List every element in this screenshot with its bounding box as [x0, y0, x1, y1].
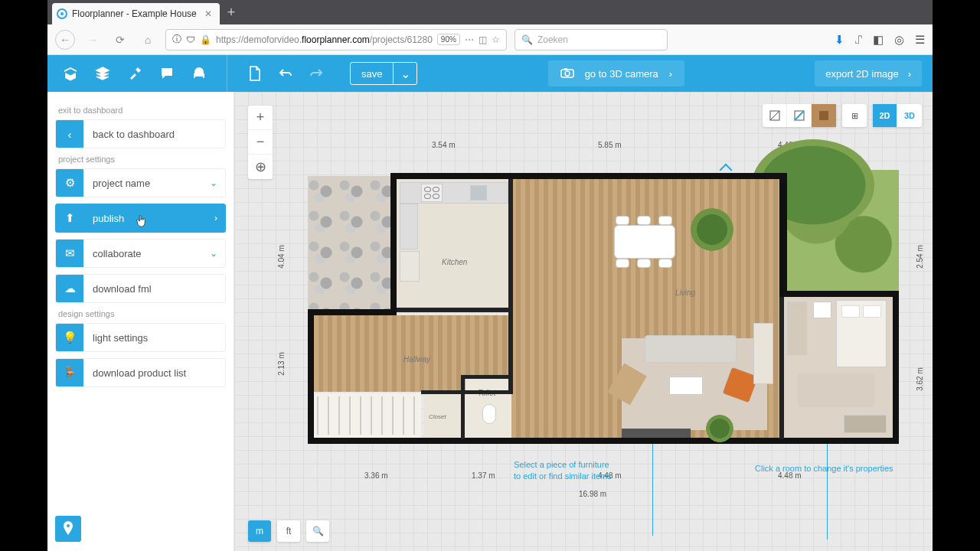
dining-table[interactable]: [614, 225, 675, 259]
patio[interactable]: [308, 176, 392, 310]
wall[interactable]: [893, 291, 899, 442]
url-prefix: https://: [216, 34, 243, 45]
publish-button[interactable]: ⬆ publish ›: [55, 204, 226, 233]
fridge[interactable]: [400, 251, 420, 282]
wall-style-1[interactable]: [763, 104, 787, 127]
view-3d-button[interactable]: 3D: [897, 104, 922, 127]
chair[interactable]: [637, 216, 651, 225]
browser-tab[interactable]: Floorplanner - Example House ✕: [52, 3, 220, 24]
wall[interactable]: [397, 308, 511, 312]
wall[interactable]: [308, 438, 899, 444]
forward-button[interactable]: →: [83, 30, 103, 50]
counter[interactable]: [400, 182, 508, 204]
wall[interactable]: [461, 375, 513, 379]
chair[interactable]: [658, 259, 672, 268]
counter-side[interactable]: [400, 204, 418, 249]
wall[interactable]: [508, 179, 513, 392]
sofa[interactable]: [645, 335, 737, 363]
bedroom-rug[interactable]: [798, 373, 874, 407]
save-button[interactable]: save: [351, 63, 394, 84]
chair[interactable]: [616, 216, 629, 225]
url-bar[interactable]: ⓘ 🛡 🔒 https:// demoforvideo. floorplanne…: [165, 29, 507, 51]
room-stairs[interactable]: [314, 393, 421, 438]
wall[interactable]: [461, 375, 465, 439]
menu-icon[interactable]: ☰: [915, 33, 925, 47]
reload-button[interactable]: ⟳: [110, 30, 130, 50]
view-settings-button[interactable]: ⊞: [842, 104, 867, 127]
more-icon[interactable]: ⋯: [465, 34, 474, 45]
project-name-button[interactable]: ⚙ project name ⌄: [55, 168, 226, 197]
chevron-down-icon: ⌄: [210, 248, 225, 259]
chair[interactable]: [616, 259, 629, 268]
home-button[interactable]: ⌂: [138, 30, 158, 50]
downloads-icon[interactable]: ⬇: [835, 33, 844, 47]
wall[interactable]: [308, 309, 397, 315]
chair[interactable]: [637, 259, 651, 268]
chevron-down-icon: ⌄: [210, 178, 225, 188]
tv-stand[interactable]: [622, 429, 691, 438]
library-icon[interactable]: ⑀: [855, 33, 862, 47]
divider: [227, 55, 227, 92]
location-button[interactable]: [55, 516, 81, 542]
dresser[interactable]: [844, 415, 887, 433]
star-icon[interactable]: ☆: [492, 34, 500, 45]
wall-style-3[interactable]: [812, 104, 836, 127]
new-tab-button[interactable]: +: [220, 5, 243, 21]
hint-line: [827, 444, 828, 540]
unit-m-button[interactable]: m: [248, 520, 271, 542]
zoom-out-button[interactable]: −: [248, 130, 273, 155]
zoom-tools: + − ⊕: [248, 106, 273, 179]
save-dropdown[interactable]: ⌄: [394, 63, 416, 84]
magnify-button[interactable]: 🔍: [306, 520, 329, 542]
unit-ft-button[interactable]: ft: [277, 520, 300, 542]
build-icon[interactable]: [63, 66, 78, 81]
furniture-icon[interactable]: [191, 66, 207, 81]
floorplan[interactable]: Kitchen Living Hallway Closet Toilet Bed…: [308, 170, 899, 444]
recenter-button[interactable]: ⊕: [248, 155, 273, 179]
plant[interactable]: [691, 208, 733, 251]
collaborate-button[interactable]: ✉ collaborate ⌄: [55, 239, 226, 268]
view-2d-button[interactable]: 2D: [873, 104, 897, 127]
wall[interactable]: [779, 173, 787, 294]
wall[interactable]: [779, 291, 899, 297]
shelf[interactable]: [753, 323, 773, 384]
toilet-fixture[interactable]: [482, 404, 496, 424]
stove[interactable]: [421, 184, 443, 202]
wall[interactable]: [390, 173, 397, 314]
back-to-dashboard-button[interactable]: ‹ back to dashboard: [55, 119, 226, 148]
coffee-table[interactable]: [669, 377, 703, 395]
download-product-list-button[interactable]: 🪑 download product list: [55, 358, 226, 387]
export-2d-button[interactable]: export 2D image ›: [815, 60, 922, 86]
plant-small[interactable]: [706, 415, 733, 442]
tools-icon[interactable]: [127, 66, 142, 81]
file-icon[interactable]: [247, 66, 263, 81]
sink[interactable]: [470, 185, 487, 201]
comment-icon[interactable]: [159, 66, 175, 81]
back-button[interactable]: ←: [55, 30, 75, 50]
wall[interactable]: [779, 297, 784, 439]
sidebar-icon[interactable]: ◧: [873, 33, 884, 47]
reader-icon[interactable]: ◫: [479, 34, 487, 45]
wall[interactable]: [308, 309, 314, 444]
wall-style-2[interactable]: [787, 104, 812, 127]
search-bar[interactable]: 🔍 Zoeken: [514, 29, 668, 51]
download-fml-button[interactable]: ☁ download fml: [55, 274, 226, 303]
chevron-right-icon: ›: [908, 68, 911, 80]
bed[interactable]: [836, 300, 887, 367]
dim-bot-1: 3.36 m: [364, 471, 388, 480]
zoom-in-button[interactable]: +: [248, 106, 273, 130]
chair[interactable]: [658, 216, 672, 225]
floorplan-canvas[interactable]: + − ⊕ ⊞ 2D 3D m: [234, 92, 933, 551]
redo-icon[interactable]: [309, 66, 324, 81]
wardrobe[interactable]: [787, 302, 807, 355]
hint-room: Click a room to change it's properties: [755, 463, 893, 474]
zoom-badge[interactable]: 90%: [437, 34, 460, 45]
undo-icon[interactable]: [278, 66, 293, 81]
wall[interactable]: [421, 390, 513, 394]
nightstand[interactable]: [813, 302, 831, 318]
close-tab-icon[interactable]: ✕: [204, 8, 212, 19]
light-settings-button[interactable]: 💡 light settings: [55, 323, 226, 352]
account-icon[interactable]: ◎: [894, 33, 904, 47]
layers-icon[interactable]: [95, 66, 110, 81]
go-to-3d-camera-button[interactable]: go to 3D camera ›: [548, 60, 684, 86]
